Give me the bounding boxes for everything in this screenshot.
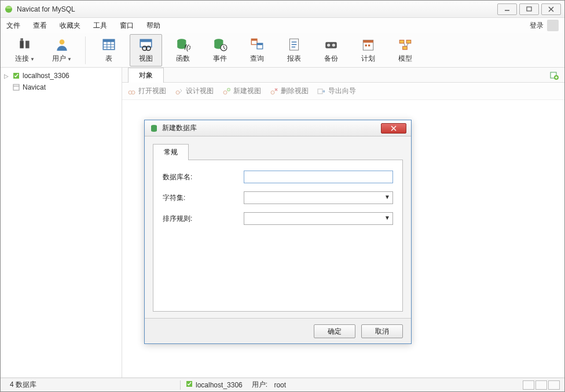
login-link[interactable]: 登录 xyxy=(530,21,544,31)
ok-button[interactable]: 确定 xyxy=(314,324,355,338)
open-view-button[interactable]: 打开视图 xyxy=(127,86,166,96)
user-avatar-icon[interactable] xyxy=(547,20,559,31)
calendar-icon xyxy=(360,36,376,53)
close-button[interactable] xyxy=(541,3,561,15)
menu-window[interactable]: 窗口 xyxy=(120,21,134,31)
svg-rect-12 xyxy=(103,39,115,42)
event-label: 事件 xyxy=(213,54,227,64)
function-label: 函数 xyxy=(176,54,190,64)
model-icon xyxy=(397,36,413,53)
toolbar-label: 新建视图 xyxy=(233,86,261,96)
report-button[interactable]: 报表 xyxy=(278,34,310,66)
view-mode-list-button[interactable] xyxy=(535,380,547,390)
tab-object[interactable]: 对象 xyxy=(128,68,164,83)
dialog-titlebar[interactable]: 新建数据库 xyxy=(145,120,411,136)
collation-combo[interactable]: ▼ xyxy=(244,212,393,225)
report-icon xyxy=(286,36,302,53)
user-label: 用户 xyxy=(52,54,66,62)
tree-connection-row[interactable]: ▷ localhost_3306 xyxy=(1,70,122,82)
tab-label: 对象 xyxy=(139,71,153,79)
menu-view[interactable]: 查看 xyxy=(33,21,47,31)
svg-rect-39 xyxy=(363,40,373,42)
status-user-label: 用户: xyxy=(252,380,267,390)
button-label: 确定 xyxy=(328,327,342,335)
svg-rect-18 xyxy=(140,39,152,42)
query-button[interactable]: 查询 xyxy=(241,34,273,66)
cancel-button[interactable]: 取消 xyxy=(361,324,403,338)
svg-point-57 xyxy=(223,91,227,94)
export-icon xyxy=(317,87,326,96)
collation-label: 排序规则: xyxy=(163,214,244,224)
chevron-down-icon: ▼ xyxy=(384,194,390,200)
dbname-input[interactable] xyxy=(244,171,393,183)
connect-label: 连接 xyxy=(15,54,29,62)
view-mode-grid-button[interactable] xyxy=(523,380,534,390)
view-button[interactable]: 视图 xyxy=(130,34,162,66)
connection-tree: ▷ localhost_3306 Navicat xyxy=(1,68,122,378)
toolbar-label: 设计视图 xyxy=(186,86,214,96)
svg-rect-42 xyxy=(399,40,404,43)
chevron-down-icon: ▼ xyxy=(384,215,390,221)
new-view-icon xyxy=(222,87,231,96)
backup-label: 备份 xyxy=(324,54,338,64)
button-label: 取消 xyxy=(375,327,389,335)
minimize-button[interactable] xyxy=(497,3,517,15)
user-button[interactable]: 用户▼ xyxy=(46,34,78,66)
expand-toggle-icon[interactable]: ▷ xyxy=(3,73,10,79)
svg-line-46 xyxy=(406,43,408,46)
toolbar-label: 打开视图 xyxy=(138,86,166,96)
svg-point-37 xyxy=(332,43,335,46)
tree-connection-row[interactable]: Navicat xyxy=(1,82,122,93)
svg-rect-43 xyxy=(406,40,411,43)
database-icon xyxy=(149,124,159,133)
menu-help[interactable]: 帮助 xyxy=(146,21,160,31)
svg-point-36 xyxy=(327,43,330,46)
window-titlebar: Navicat for MySQL xyxy=(1,1,564,18)
app-icon xyxy=(4,5,13,14)
table-button[interactable]: 表 xyxy=(93,34,125,66)
add-tab-icon[interactable] xyxy=(549,71,559,80)
connection-active-icon xyxy=(185,380,193,390)
object-toolbar: 打开视图 设计视图 新建视图 删除视图 导出向导 xyxy=(122,83,564,100)
event-button[interactable]: 事件 xyxy=(204,34,236,66)
svg-rect-44 xyxy=(403,46,408,49)
charset-combo[interactable]: ▼ xyxy=(244,191,393,204)
dialog-close-button[interactable] xyxy=(381,123,406,134)
design-view-button[interactable]: 设计视图 xyxy=(174,86,214,96)
chevron-down-icon: ▼ xyxy=(30,57,35,62)
backup-icon xyxy=(323,36,339,53)
dialog-tab-general[interactable]: 常规 xyxy=(153,144,189,160)
charset-label: 字符集: xyxy=(163,193,244,203)
menu-fav[interactable]: 收藏夹 xyxy=(60,21,80,31)
toolbar-label: 删除视图 xyxy=(281,86,309,96)
svg-rect-40 xyxy=(365,45,367,46)
event-icon xyxy=(212,36,228,53)
delete-view-button[interactable]: 删除视图 xyxy=(269,86,309,96)
backup-button[interactable]: 备份 xyxy=(315,34,347,66)
table-icon xyxy=(101,36,117,53)
svg-point-61 xyxy=(271,91,274,94)
tree-item-label: Navicat xyxy=(23,83,46,91)
view-mode-detail-button[interactable] xyxy=(548,380,560,390)
connection-icon xyxy=(12,83,20,91)
maximize-button[interactable] xyxy=(519,3,539,15)
new-database-dialog: 新建数据库 常规 数据库名: 字符集: ▼ 排序规则: ▼ 确定 取消 xyxy=(144,120,412,344)
menu-file[interactable]: 文件 xyxy=(6,21,20,31)
export-wizard-button[interactable]: 导出向导 xyxy=(317,86,356,96)
ribbon-toolbar: 连接▼ 用户▼ 表 视图 f(x) 函数 事件 查询 报表 xyxy=(1,33,564,68)
user-icon xyxy=(54,36,70,53)
new-view-button[interactable]: 新建视图 xyxy=(222,86,261,96)
connect-button[interactable]: 连接▼ xyxy=(9,34,41,66)
toolbar-label: 导出向导 xyxy=(328,86,356,96)
statusbar: 4 数据库 localhost_3306 用户: root xyxy=(1,378,564,391)
tree-item-label: localhost_3306 xyxy=(23,72,69,80)
function-button[interactable]: f(x) 函数 xyxy=(167,34,199,66)
view-label: 视图 xyxy=(139,54,153,64)
plan-button[interactable]: 计划 xyxy=(352,34,384,66)
svg-rect-30 xyxy=(257,43,263,45)
model-button[interactable]: 模型 xyxy=(389,34,421,66)
object-tabbar: 对象 xyxy=(122,68,564,83)
menu-tools[interactable]: 工具 xyxy=(93,21,107,31)
model-label: 模型 xyxy=(398,54,412,64)
dialog-tab-label: 常规 xyxy=(164,148,178,156)
